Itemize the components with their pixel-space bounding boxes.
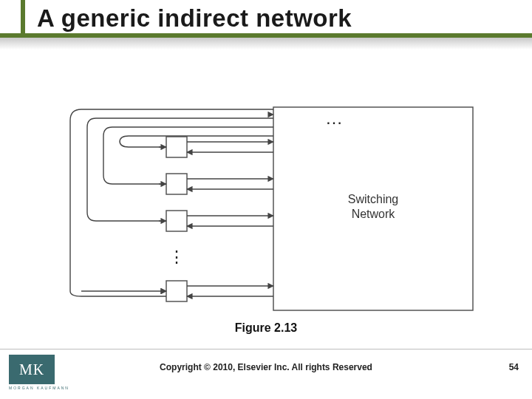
switching-label-line2: Network [352, 208, 396, 220]
figure-caption: Figure 2.13 [0, 321, 532, 335]
svg-rect-2 [166, 211, 187, 231]
network-diagram: Switching Network … ⋮ [52, 74, 480, 314]
node-4 [166, 281, 187, 301]
nested-3 [87, 118, 273, 221]
title-gradient [0, 38, 532, 50]
ellipsis-left: ⋮ [168, 248, 185, 266]
svg-rect-3 [166, 281, 187, 301]
copyright-text: Copyright © 2010, Elsevier Inc. All righ… [0, 362, 532, 372]
switching-label-line1: Switching [348, 193, 398, 205]
slide-title: A generic indirect network [37, 4, 352, 33]
publisher-logo: MK MORGAN KAUFMANN [9, 355, 79, 395]
page-number: 54 [509, 362, 519, 372]
node-3 [166, 211, 187, 231]
svg-rect-0 [166, 137, 187, 157]
node-1 [166, 137, 187, 157]
footer-divider [0, 349, 532, 349]
logo-badge: MK [9, 355, 55, 384]
svg-rect-5 [86, 118, 167, 229]
node-2 [166, 174, 187, 194]
ellipsis-top: … [325, 108, 347, 128]
logo-initials: MK [19, 361, 44, 378]
logo-publisher-name: MORGAN KAUFMANN [9, 386, 79, 390]
svg-rect-1 [166, 174, 187, 194]
title-accent-vertical [21, 0, 25, 33]
